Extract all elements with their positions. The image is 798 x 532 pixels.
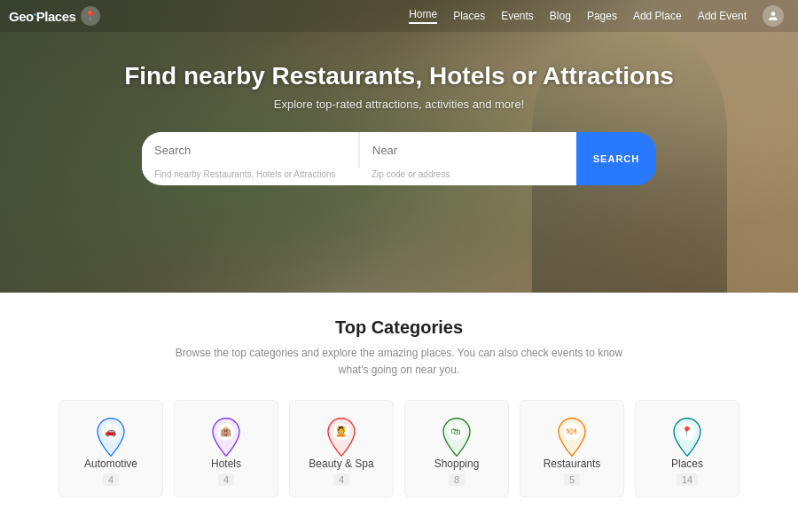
restaurants-label: Restaurants [544,458,601,470]
logo-pin-icon: 📍 [81,6,100,26]
categories-grid: 🚗 Automotive 4 🏨 Hotels 4 💆 Beauty & Spa… [35,400,763,497]
user-icon[interactable] [763,5,784,27]
category-automotive[interactable]: 🚗 Automotive 4 [59,400,163,497]
hero-section: Find nearby Restaurants, Hotels or Attra… [0,0,798,293]
nav-add-place[interactable]: Add Place [633,10,682,22]
main-nav: Home Places Events Blog Pages Add Place … [409,5,784,27]
hotels-count: 4 [218,473,234,486]
search-bar: Find nearby Restaurants, Hotels or Attra… [142,132,656,185]
category-places[interactable]: 📍 Places 14 [635,400,739,497]
svg-text:🛍: 🛍 [452,426,462,437]
automotive-icon: 🚗 [90,417,131,458]
hotels-icon: 🏨 [206,417,246,458]
nav-blog[interactable]: Blog [550,10,571,22]
restaurants-icon: 🍽 [552,417,592,458]
nav-add-event[interactable]: Add Event [698,10,747,22]
shopping-count: 8 [449,473,465,486]
categories-title: Top Categories [35,317,763,338]
near-input[interactable] [359,132,576,168]
svg-text:🍽: 🍽 [567,426,577,437]
logo[interactable]: Geo●Places 📍 [9,6,100,26]
beauty-label: Beauty & Spa [309,458,373,470]
near-field-wrap: Zip code or address [359,132,576,185]
automotive-label: Automotive [84,458,137,470]
svg-text:🚗: 🚗 [106,426,118,438]
category-shopping[interactable]: 🛍 Shopping 8 [404,400,509,497]
places-label: Places [671,458,703,470]
search-button[interactable]: SEARCH [576,132,656,185]
search-field-wrap: Find nearby Restaurants, Hotels or Attra… [142,132,359,185]
restaurants-count: 5 [564,473,580,486]
svg-text:📍: 📍 [682,426,694,438]
near-hint: Zip code or address [359,168,576,183]
search-hint: Find nearby Restaurants, Hotels or Attra… [142,168,359,183]
search-input[interactable] [142,132,359,168]
automotive-count: 4 [103,473,119,486]
category-beauty-spa[interactable]: 💆 Beauty & Spa 4 [289,400,394,497]
shopping-icon: 🛍 [436,417,477,458]
category-hotels[interactable]: 🏨 Hotels 4 [174,400,278,497]
places-count: 14 [677,473,698,486]
nav-events[interactable]: Events [501,10,534,22]
places-icon: 📍 [667,417,708,458]
svg-text:🏨: 🏨 [221,426,233,438]
svg-text:💆: 💆 [336,426,348,438]
header: Geo●Places 📍 Home Places Events Blog Pag… [0,0,798,32]
shopping-label: Shopping [434,458,480,470]
beauty-count: 4 [333,473,349,486]
logo-text: Geo●Places [9,9,75,24]
nav-pages[interactable]: Pages [587,10,617,22]
hotels-label: Hotels [211,458,241,470]
hero-title: Find nearby Restaurants, Hotels or Attra… [124,62,674,90]
beauty-icon: 💆 [321,417,362,458]
nav-places[interactable]: Places [453,10,485,22]
categories-section: Top Categories Browse the top categories… [0,293,798,515]
category-restaurants[interactable]: 🍽 Restaurants 5 [520,400,624,497]
hero-subtitle: Explore top-rated attractions, activitie… [274,98,525,111]
nav-home[interactable]: Home [409,8,437,24]
categories-description: Browse the top categories and explore th… [35,345,763,379]
